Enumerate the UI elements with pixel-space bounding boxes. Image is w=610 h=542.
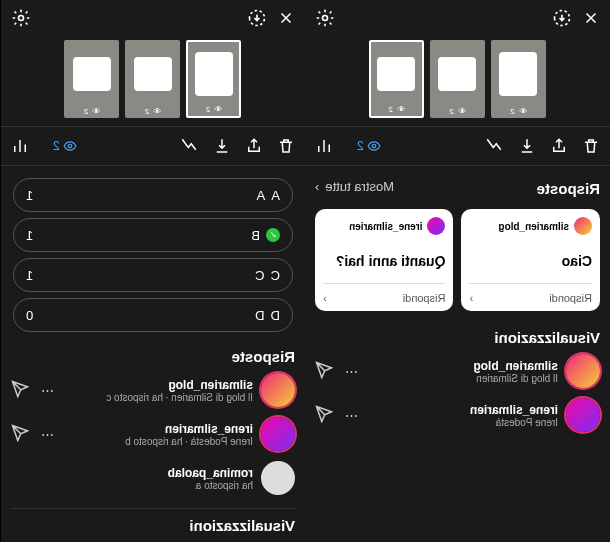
avatar[interactable]	[566, 398, 600, 432]
views-header: Visualizzazioni	[315, 323, 600, 354]
thumbnail[interactable]: 👁2	[369, 40, 424, 118]
bar-chart-icon[interactable]	[11, 137, 29, 155]
gear-icon[interactable]	[315, 8, 335, 28]
avatar[interactable]	[261, 461, 295, 495]
more-icon[interactable]: ⋯	[37, 427, 58, 442]
response-row[interactable]: romina_paolabha risposto a	[11, 461, 295, 495]
views-count[interactable]: 2	[53, 139, 77, 153]
responses-header: Risposte	[537, 174, 600, 205]
reply-button[interactable]: Rispondi	[549, 292, 592, 304]
responses-header: Risposte	[11, 342, 295, 373]
views-count[interactable]: 2	[357, 139, 381, 153]
share-icon[interactable]	[245, 137, 263, 155]
answer-card[interactable]: irene_silmarien Quanti anni hai? Rispond…	[315, 209, 454, 311]
response-row[interactable]: silmarien_blogIl blog di Silmarien · ha …	[11, 373, 295, 407]
bar-chart-icon[interactable]	[315, 137, 333, 155]
response-row[interactable]: irene_silmarienIrene Podestà · ha rispos…	[11, 417, 295, 451]
share-icon[interactable]	[550, 137, 568, 155]
avatar[interactable]	[261, 417, 295, 451]
poll-option[interactable]: A A1	[13, 178, 293, 212]
thumbnail[interactable]: 👁2	[126, 40, 181, 118]
answer-card[interactable]: silmarien_blog Ciao Rispondi›	[462, 209, 601, 311]
download-circle-icon[interactable]	[552, 8, 572, 28]
thumbnail[interactable]: 👁2	[65, 40, 120, 118]
avatar	[428, 217, 446, 235]
gear-icon[interactable]	[11, 8, 31, 28]
trash-icon[interactable]	[277, 137, 295, 155]
chevron-right-icon: ›	[470, 292, 474, 304]
trash-icon[interactable]	[582, 137, 600, 155]
send-icon[interactable]	[315, 361, 333, 382]
close-icon[interactable]	[582, 9, 600, 27]
poll-option[interactable]: C C1	[13, 258, 293, 292]
download-icon[interactable]	[518, 137, 536, 155]
show-all-link[interactable]: Mostra tutte›	[315, 177, 394, 202]
viewer-row[interactable]: silmarien_blogIl blog di Silmarien ⋯	[315, 354, 600, 388]
views-header: Visualizzazioni	[11, 508, 295, 542]
avatar[interactable]	[261, 373, 295, 407]
svg-point-2	[68, 144, 72, 148]
more-icon[interactable]: ⋯	[341, 408, 362, 423]
story-thumbnails: 👁2 👁2 👁2	[1, 36, 305, 126]
avatar[interactable]	[566, 354, 600, 388]
send-icon[interactable]	[11, 424, 29, 445]
svg-point-1	[19, 16, 24, 21]
poll-results: A A1 ✓B1 C C1 D D0	[11, 174, 295, 342]
insights-icon[interactable]	[179, 137, 199, 155]
story-thumbnails: 👁2 👁2 👁2	[305, 36, 610, 126]
download-icon[interactable]	[213, 137, 231, 155]
insights-icon[interactable]	[484, 137, 504, 155]
svg-point-4	[323, 16, 328, 21]
reply-button[interactable]: Rispondi	[403, 292, 446, 304]
poll-option[interactable]: ✓B1	[13, 218, 293, 252]
thumbnail[interactable]: 👁2	[491, 40, 546, 118]
send-icon[interactable]	[11, 380, 29, 401]
thumbnail[interactable]: 👁2	[187, 40, 242, 118]
thumbnail[interactable]: 👁2	[430, 40, 485, 118]
download-circle-icon[interactable]	[247, 8, 267, 28]
send-icon[interactable]	[315, 405, 333, 426]
close-icon[interactable]	[277, 9, 295, 27]
viewer-row[interactable]: irene_silmarienIrene Podestà ⋯	[315, 398, 600, 432]
chevron-right-icon: ›	[323, 292, 327, 304]
chevron-right-icon: ›	[315, 179, 319, 194]
poll-option[interactable]: D D0	[13, 298, 293, 332]
avatar	[574, 217, 592, 235]
svg-point-5	[372, 144, 376, 148]
more-icon[interactable]: ⋯	[37, 383, 58, 398]
more-icon[interactable]: ⋯	[341, 364, 362, 379]
